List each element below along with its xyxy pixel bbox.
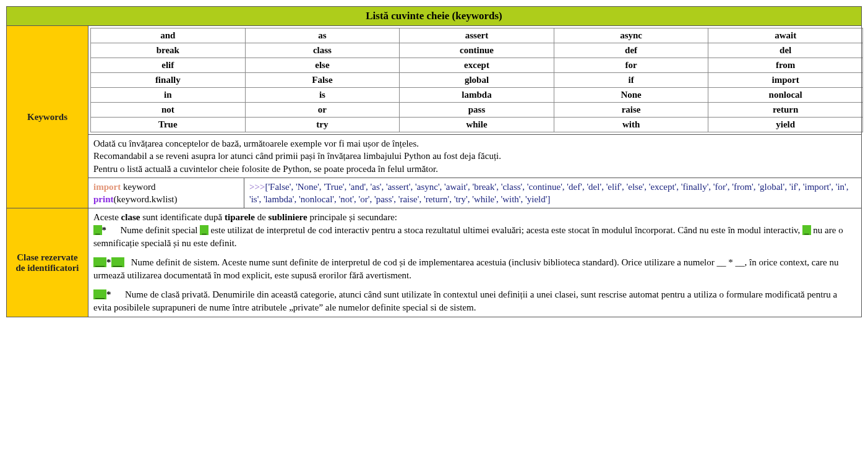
intro-text: de — [255, 212, 269, 222]
code-token: (keyword.kwlist) — [114, 194, 178, 204]
keyword-cell: finally — [91, 73, 246, 88]
keyword-cell: return — [708, 103, 863, 118]
keyword-cell: True — [91, 118, 246, 132]
keywords-grid: and as assert async await break class co… — [90, 28, 863, 132]
ident-text: Nume definit special — [106, 225, 200, 235]
section-label-keywords: Keywords — [7, 26, 88, 208]
keyword-cell: from — [708, 58, 863, 73]
keyword-cell: for — [554, 58, 708, 73]
keyword-cell: pass — [400, 103, 554, 118]
desc-line: Pentru o listă actuală a cuvintelor chei… — [93, 164, 438, 174]
desc-line: Odată cu învățarea conceptelor de bază, … — [93, 139, 419, 148]
keyword-cell: None — [554, 88, 708, 103]
keyword-cell: while — [400, 118, 554, 132]
code-token: keyword — [121, 182, 155, 192]
code-example: import keyword print(keyword.kwlist) — [88, 178, 244, 208]
keyword-cell: async — [554, 28, 708, 43]
keywords-description: Odată cu învățarea conceptelor de bază, … — [88, 135, 862, 178]
keyword-cell: break — [91, 43, 246, 58]
keyword-cell: import — [708, 73, 863, 88]
ident-text: este utilizat de interpretul de cod inte… — [208, 225, 802, 235]
section-label-reserved: Clase rezervate de identificatori — [7, 208, 88, 317]
star-marker: * — [102, 225, 107, 235]
keyword-cell: lambda — [400, 88, 554, 103]
keyword-cell: else — [245, 58, 400, 73]
keyword-cell: elif — [91, 58, 246, 73]
code-output: >>>['False', 'None', 'True', 'and', 'as'… — [244, 178, 862, 208]
underscore-highlight: __ — [93, 289, 106, 299]
underscore-highlight: __ — [111, 257, 124, 267]
intro-bold: subliniere — [269, 212, 307, 222]
keyword-cell: yield — [708, 118, 863, 132]
underscore-highlight: _ — [93, 225, 102, 235]
keyword-cell: if — [554, 73, 708, 88]
table-title: Listă cuvinte cheie (keywords) — [7, 7, 862, 26]
keyword-cell: raise — [554, 103, 708, 118]
table-row: in is lambda None nonlocal — [91, 88, 863, 103]
keyword-cell: with — [554, 118, 708, 132]
keyword-cell: not — [91, 103, 246, 118]
intro-bold: tiparele — [225, 212, 255, 222]
underscore-highlight: _ — [802, 225, 811, 235]
keyword-cell: or — [245, 103, 400, 118]
keyword-cell: in — [91, 88, 246, 103]
keyword-cell: continue — [400, 43, 554, 58]
keyword-cell: except — [400, 58, 554, 73]
keyword-cell: assert — [400, 28, 554, 43]
desc-line: Recomandabil a se reveni asupra lor atun… — [93, 151, 501, 161]
ident-text: Nume definit de sistem. Aceste nume sunt… — [93, 257, 841, 280]
keyword-cell: nonlocal — [708, 88, 863, 103]
keyword-cell: global — [400, 73, 554, 88]
output-body: ['False', 'None', 'True', 'and', 'as', '… — [249, 182, 849, 204]
keyword-cell: False — [245, 73, 400, 88]
intro-text: Aceste — [93, 212, 121, 222]
star-marker: * — [106, 257, 111, 267]
output-prompt: >>> — [249, 182, 265, 192]
ident-text: Nume de clasă privată. Denumirile din ac… — [93, 289, 840, 312]
table-row: break class continue def del — [91, 43, 863, 58]
keyword-cell: del — [708, 43, 863, 58]
keywords-document-table: Listă cuvinte cheie (keywords) Keywords … — [6, 6, 862, 317]
table-row: finally False global if import — [91, 73, 863, 88]
keyword-cell: and — [91, 28, 246, 43]
table-row: elif else except for from — [91, 58, 863, 73]
keyword-cell: await — [708, 28, 863, 43]
table-row: and as assert async await — [91, 28, 863, 43]
table-row: not or pass raise return — [91, 103, 863, 118]
keyword-cell: is — [245, 88, 400, 103]
underscore-highlight: _ — [200, 225, 208, 235]
intro-text: sunt identificate după — [140, 212, 225, 222]
code-token-print: print — [93, 194, 114, 204]
intro-text: principale și secundare: — [307, 212, 397, 222]
table-row: True try while with yield — [91, 118, 863, 132]
underscore-highlight: __ — [93, 257, 106, 267]
star-marker: * — [106, 289, 111, 299]
keyword-cell: as — [245, 28, 400, 43]
keyword-cell: try — [245, 118, 400, 132]
reserved-identifiers-body: Aceste clase sunt identificate după tipa… — [88, 208, 862, 317]
keyword-cell: class — [245, 43, 400, 58]
intro-bold: clase — [121, 212, 140, 222]
code-token-import: import — [93, 182, 121, 192]
keyword-cell: def — [554, 43, 708, 58]
